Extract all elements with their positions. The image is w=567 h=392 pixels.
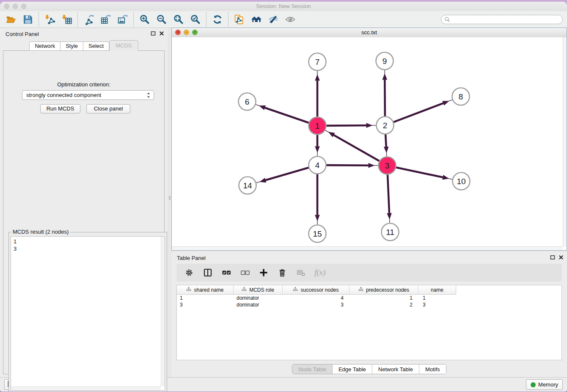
table-cell: 3 <box>177 302 234 308</box>
app-window: Session: New Session Control Panel Netwo… <box>0 2 567 392</box>
tab-network-table[interactable]: Network Table <box>372 364 419 374</box>
network-view-titlebar: × − + scc.txt <box>172 28 567 38</box>
export-table-button[interactable] <box>99 13 113 26</box>
table-panel-close-icon[interactable] <box>559 255 564 261</box>
import-table-button[interactable] <box>60 13 74 26</box>
tab-node-table[interactable]: Node Table <box>292 364 332 374</box>
mcds-tab-content: Optimization criterion: strongly connect… <box>3 50 165 374</box>
graph-node-10[interactable]: 10 <box>453 173 470 190</box>
search-input[interactable] <box>441 15 563 24</box>
tab-select[interactable]: Select <box>83 41 109 51</box>
hide-selected-icon <box>268 14 279 25</box>
import-network-button[interactable] <box>43 13 57 26</box>
graph-edge-1-6[interactable] <box>256 105 308 123</box>
window-titlebar: Session: New Session <box>0 2 567 11</box>
graph-edge-4-15[interactable] <box>315 174 320 225</box>
graph-edge-4-3[interactable] <box>326 163 378 168</box>
export-image-button[interactable] <box>116 13 129 26</box>
save-session-button[interactable] <box>21 13 35 26</box>
column-layout-button[interactable] <box>203 268 213 278</box>
run-mcds-button[interactable]: Run MCDS <box>40 104 80 113</box>
graph-node-14[interactable]: 14 <box>239 177 256 194</box>
graph-node-4[interactable]: 4 <box>309 157 326 174</box>
optimization-criterion-label: Optimization criterion: <box>3 81 164 88</box>
zoom-in-button[interactable] <box>138 13 151 26</box>
tab-style[interactable]: Style <box>61 41 83 51</box>
svg-text:15: 15 <box>313 229 322 238</box>
table-cell: 3 <box>283 302 350 308</box>
control-panel-float-icon[interactable] <box>151 31 156 37</box>
deselect-all-icon <box>240 268 250 277</box>
hide-selected-button[interactable] <box>267 13 280 26</box>
graph-edge-4-14[interactable] <box>256 168 309 183</box>
graph-node-6[interactable]: 6 <box>239 93 256 110</box>
graph-edge-2-9[interactable] <box>382 70 387 116</box>
column-header-name[interactable]: name <box>418 285 456 294</box>
result-horizontal-scrollbar[interactable] <box>11 386 161 390</box>
graph-node-7[interactable]: 7 <box>309 53 326 71</box>
graph-edge-1-2[interactable] <box>326 123 376 128</box>
table-row[interactable]: 3dominator323 <box>177 301 456 308</box>
graph-edge-3-1[interactable] <box>325 130 380 161</box>
graph-node-8[interactable]: 8 <box>452 88 470 105</box>
delete-row-icon <box>278 268 287 277</box>
graph-edge-1-7[interactable] <box>315 71 320 117</box>
export-network-button[interactable] <box>82 13 96 26</box>
toolbar-separator <box>228 12 229 27</box>
first-neighbors-button[interactable] <box>250 13 263 26</box>
column-header-MCDS-role[interactable]: MCDS role <box>234 285 283 294</box>
graph-edge-2-8[interactable] <box>394 100 452 122</box>
graph-node-2[interactable]: 2 <box>377 117 394 134</box>
delete-row-button[interactable] <box>277 268 287 278</box>
criterion-dropdown[interactable]: strongly connected component <box>22 90 154 100</box>
graph-edge-3-11[interactable] <box>387 174 392 223</box>
export-network-icon <box>83 14 94 25</box>
close-panel-button[interactable]: Close panel <box>86 104 130 113</box>
result-vertical-scrollbar[interactable] <box>161 237 165 386</box>
network-vertical-scrollbar[interactable] <box>563 37 567 246</box>
column-header-successor-nodes[interactable]: successor nodes <box>283 285 350 294</box>
settings-button[interactable] <box>184 268 194 278</box>
mcds-result-area[interactable]: 1 3 <box>11 236 165 391</box>
graph-edge-1-4[interactable] <box>315 135 320 156</box>
duplicate-network-button[interactable] <box>233 13 246 26</box>
vertical-splitter-handle[interactable] <box>168 196 171 202</box>
select-all-button[interactable] <box>221 268 231 278</box>
graph-node-3[interactable]: 3 <box>379 157 396 174</box>
graph-edge-3-10[interactable] <box>396 167 452 179</box>
tab-network[interactable]: Network <box>29 41 61 51</box>
deselect-all-button[interactable] <box>240 268 250 278</box>
zoom-selected-button[interactable] <box>189 13 202 26</box>
toolbar-separator <box>133 12 134 27</box>
add-row-button[interactable] <box>259 268 269 278</box>
save-session-icon <box>22 14 33 25</box>
network-canvas[interactable]: 7968124314101511 <box>172 37 563 246</box>
graph-node-1[interactable]: 1 <box>309 117 326 135</box>
graph-edge-2-3[interactable] <box>384 134 389 156</box>
tab-motifs[interactable]: Motifs <box>419 364 446 374</box>
graph-node-9[interactable]: 9 <box>376 52 394 70</box>
table-cell: dominator <box>234 295 283 301</box>
tab-mcds[interactable]: MCDS <box>109 40 138 51</box>
column-header-predecessor-nodes[interactable]: predecessor nodes <box>350 285 418 294</box>
memory-button[interactable]: Memory <box>526 379 563 390</box>
refresh-button[interactable] <box>211 13 224 26</box>
column-header-shared-name[interactable]: shared name <box>177 285 234 294</box>
graph-node-15[interactable]: 15 <box>309 225 326 243</box>
table-panel-title: Table Panel <box>177 255 206 261</box>
open-session-button[interactable] <box>4 13 18 26</box>
network-horizontal-scrollbar[interactable] <box>172 246 563 250</box>
tab-edge-table[interactable]: Edge Table <box>332 364 372 374</box>
table-row[interactable]: 1dominator411 <box>177 295 456 301</box>
svg-text:4: 4 <box>315 161 320 170</box>
search-box <box>441 15 563 24</box>
show-hidden-button[interactable] <box>284 13 297 26</box>
toolbar-separator <box>39 12 39 27</box>
toolbar-separator <box>206 12 207 27</box>
memory-status-icon <box>531 382 536 387</box>
graph-node-11[interactable]: 11 <box>382 224 399 241</box>
zoom-out-button[interactable] <box>155 13 168 26</box>
zoom-fit-button[interactable] <box>172 13 185 26</box>
table-panel-float-icon[interactable] <box>550 255 555 261</box>
control-panel-close-icon[interactable] <box>159 31 164 37</box>
